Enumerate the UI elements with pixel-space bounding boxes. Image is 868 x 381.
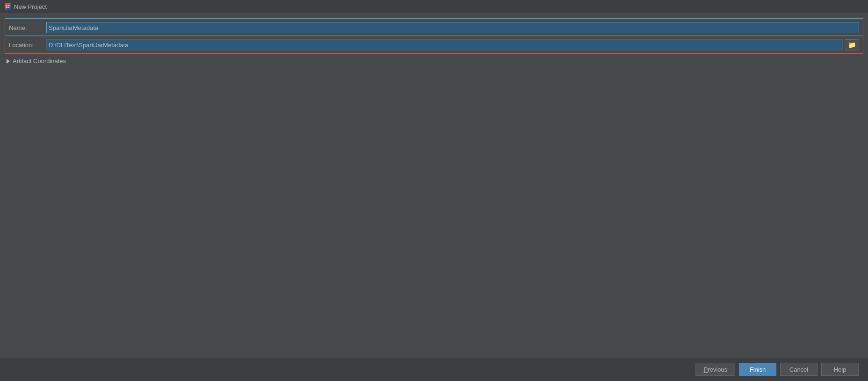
name-input[interactable]: [46, 22, 859, 33]
help-button[interactable]: Help: [821, 363, 859, 376]
folder-icon: 📁: [848, 41, 856, 49]
form-section: Name: Location: 📁: [5, 18, 863, 54]
bottom-bar: Previous Finish Cancel Help: [0, 358, 868, 381]
cancel-label: Cancel: [789, 366, 808, 373]
name-row: Name:: [5, 18, 863, 36]
dialog-body: Name: Location: 📁 Artifact Coordinates: [0, 13, 868, 358]
location-input[interactable]: [46, 39, 843, 50]
title-bar: IJ New Project: [0, 0, 868, 13]
artifact-coordinates-section[interactable]: Artifact Coordinates: [0, 54, 868, 68]
main-content: [0, 68, 868, 358]
location-input-wrapper: 📁: [46, 39, 859, 50]
previous-button[interactable]: Previous: [696, 363, 735, 376]
expand-triangle-icon: [7, 59, 10, 64]
name-label: Name:: [9, 24, 46, 31]
finish-label: Finish: [750, 366, 766, 373]
location-row: Location: 📁: [5, 36, 863, 53]
location-label: Location:: [9, 42, 46, 49]
cancel-button[interactable]: Cancel: [780, 363, 818, 376]
artifact-coordinates-label: Artifact Coordinates: [13, 58, 66, 65]
finish-button[interactable]: Finish: [739, 363, 776, 376]
help-label: Help: [834, 366, 846, 373]
browse-button[interactable]: 📁: [845, 39, 859, 50]
app-icon: IJ: [5, 3, 11, 10]
dialog-title: New Project: [14, 3, 47, 10]
